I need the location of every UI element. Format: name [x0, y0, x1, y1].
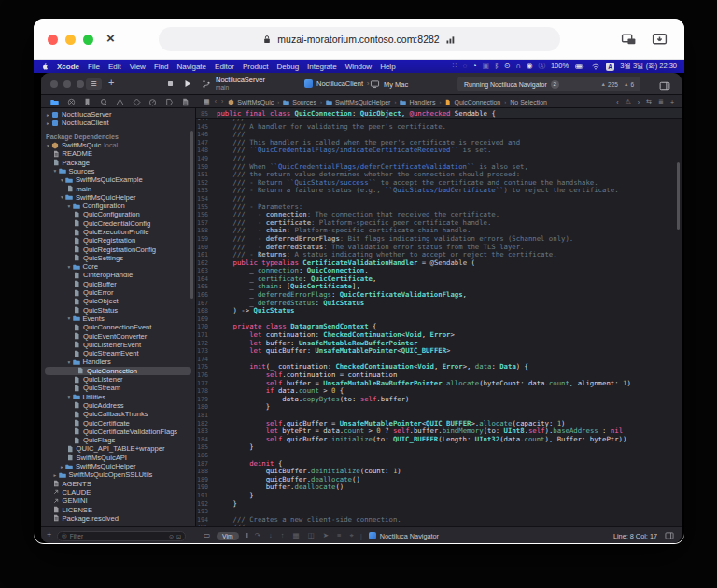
file-tree-item-quicaddress[interactable]: QuicAddress [41, 401, 195, 410]
disclosure-open-icon[interactable]: ▾ [66, 264, 73, 270]
disclosure-closed-icon[interactable]: ▸ [45, 120, 51, 126]
menu-bar-clock[interactable]: 3월 3일 (화) 22:30 [620, 62, 677, 71]
project-navigator-icon[interactable] [50, 98, 59, 106]
breadcrumb-item[interactable]: QuicConnection [444, 99, 500, 105]
add-tab-button[interactable]: + [108, 77, 114, 88]
target-selector[interactable]: NoctilucaClient › [304, 79, 369, 88]
mirroring-icon[interactable]: ▣ [483, 63, 489, 70]
file-tree-item-quicstreamevent[interactable]: QuicStreamEvent [41, 349, 195, 357]
input-source-icon[interactable]: A [606, 63, 614, 71]
sidebar-scrollbar[interactable] [190, 131, 193, 299]
wifi-icon[interactable] [591, 63, 600, 71]
simulate-location-icon[interactable]: ➤ [323, 531, 329, 540]
prev-issue-icon[interactable]: ‹ [616, 99, 618, 105]
minimap-icon[interactable]: ≣ [658, 98, 664, 105]
headphones-icon[interactable]: ∩ [516, 63, 521, 70]
filter-option-icon[interactable]: ⊡ [176, 533, 181, 539]
downloads-icon[interactable] [652, 31, 668, 47]
file-tree-item-quicstream[interactable]: QuicStream [41, 384, 195, 392]
code-review-icon[interactable]: ⇆ [646, 98, 652, 105]
menu-item-find[interactable]: Find [154, 63, 169, 71]
file-tree-item-agents[interactable]: AGENTS [41, 479, 195, 487]
clock-icon[interactable]: ◔ [472, 63, 477, 70]
file-tree-item-quiclistener[interactable]: QuicListener [41, 375, 195, 384]
file-tree-item-quiccallbackthunks[interactable]: QuicCallbackThunks [41, 410, 195, 418]
destination-selector[interactable]: My Mac [370, 79, 408, 89]
bookmarks-icon[interactable] [83, 98, 91, 106]
apple-menu-icon[interactable] [41, 63, 49, 70]
file-tree-item-quiccertificatevalidationflags[interactable]: QuicCertificateValidationFlags [41, 427, 195, 436]
step-into-icon[interactable]: ↓ [269, 531, 273, 540]
file-tree-item-cinterophandle[interactable]: CInteropHandle [41, 271, 195, 279]
menu-item-edit[interactable]: Edit [108, 63, 121, 71]
disclosure-open-icon[interactable]: ▾ [59, 177, 65, 183]
editor-scrollbar[interactable] [677, 162, 680, 230]
file-tree-item-claude[interactable]: CLAUDE [41, 488, 195, 497]
running-process[interactable]: Noctiluca Navigator [369, 532, 439, 540]
file-tree-item-quicerror[interactable]: QuicError [41, 288, 195, 297]
file-tree-item-swiftmsquicapi[interactable]: SwiftMsQuicAPI [41, 454, 195, 462]
debug-icon[interactable] [148, 98, 157, 106]
console-icon[interactable]: ▭ [204, 531, 210, 540]
file-tree-item-quic_api_table+wrapper[interactable]: QUIC_API_TABLE+wrapper [41, 444, 195, 453]
file-tree-item-swiftmsquichelper[interactable]: ▸SwiftMsQuicHelper [41, 462, 195, 470]
file-tree-item-quicregistration[interactable]: QuicRegistration [41, 236, 195, 245]
file-tree-item-events[interactable]: ▾Events [41, 315, 195, 323]
file-tree-item-package[interactable]: Package [41, 158, 195, 166]
file-tree-item-readme[interactable]: README [41, 149, 195, 158]
pause-icon[interactable]: ‖ [246, 531, 248, 540]
menu-item-product[interactable]: Product [243, 63, 269, 71]
file-tree-item-quicregistrationconfig[interactable]: QuicRegistrationConfig [41, 245, 195, 253]
disclosure-closed-icon[interactable]: ▸ [52, 472, 59, 478]
step-over-icon[interactable]: ↷ [255, 531, 260, 540]
cursor-icon[interactable]: ⌖ [349, 531, 353, 540]
menu-item-window[interactable]: Window [345, 63, 372, 71]
address-bar[interactable]: muzai-moratorium.contoso.com:8282 [159, 27, 560, 51]
file-tree-item-package.resolved[interactable]: Package.resolved [41, 514, 195, 523]
breadcrumb-item[interactable]: No Selection [510, 99, 547, 105]
file-tree-item-sources[interactable]: ▾Sources [41, 167, 195, 175]
disclosure-open-icon[interactable]: ▾ [45, 143, 51, 148]
file-tree-item-utilities[interactable]: ▾Utilities [41, 393, 195, 401]
tests-icon[interactable] [133, 98, 141, 106]
file-tree-item-quicexecutionprofile[interactable]: QuicExecutionProfile [41, 228, 195, 236]
xcode-window-controls[interactable] [50, 80, 84, 88]
close-tab-icon[interactable]: × [106, 30, 115, 46]
related-items-icon[interactable]: ▦ [204, 98, 210, 105]
menu-item-navigate[interactable]: Navigate [176, 63, 206, 71]
activity-view[interactable]: Running Noctiluca Navigator 2 ▲225▲6 [457, 77, 640, 91]
step-out-icon[interactable]: ↑ [281, 531, 285, 540]
record-icon[interactable]: ⊙ [504, 63, 510, 70]
file-tree-item-swiftmsquicexample[interactable]: ▾SwiftMsQuicExample [41, 175, 195, 184]
file-tree-item-quiccertificate[interactable]: QuicCertificate [41, 418, 195, 427]
debug-area-toggle-icon[interactable] [665, 531, 674, 540]
file-tree-item-swiftmsquic[interactable]: ▾SwiftMsQuiclocal [41, 141, 195, 149]
file-tree-item-quiceventconverter[interactable]: QuicEventConverter [41, 331, 195, 340]
file-tree-item-swiftmsquichelper[interactable]: ▾SwiftMsQuicHelper [41, 193, 195, 202]
scheme-selector[interactable]: NoctilucaServer main [202, 76, 265, 91]
disclosure-open-icon[interactable]: ▾ [66, 203, 73, 209]
file-tree-item-main[interactable]: main [41, 184, 195, 192]
file-tree-item-quicsettings[interactable]: QuicSettings [41, 254, 195, 262]
reports-icon[interactable] [181, 98, 190, 106]
menu-item-debug[interactable]: Debug [277, 63, 300, 71]
breadcrumb-item[interactable]: SwiftMsQuicHelper [326, 99, 391, 105]
file-tree-item-noctilucaserver[interactable]: ▸NoctilucaServer [41, 110, 195, 119]
file-tree-item-quicflags[interactable]: QuicFlags [41, 436, 195, 444]
minimize-window-button[interactable] [65, 35, 76, 45]
next-issue-icon[interactable]: › [638, 99, 640, 105]
disclosure-open-icon[interactable]: ▾ [66, 394, 73, 399]
filter-field[interactable]: ◎ Filter ⊙⊡ [57, 531, 186, 541]
screen-mirroring-icon[interactable] [621, 31, 637, 47]
disclosure-closed-icon[interactable]: ▸ [45, 112, 51, 118]
menu-item-help[interactable]: Help [380, 63, 395, 71]
memory-icon[interactable]: ◫ [308, 531, 315, 540]
focus-icon[interactable]: ◉ [527, 63, 533, 70]
run-button[interactable] [183, 78, 192, 89]
find-icon[interactable] [100, 98, 108, 106]
back-icon[interactable]: ‹ [215, 98, 217, 105]
add-editor-icon[interactable]: + [670, 99, 674, 105]
file-tree-item-quicbuffer[interactable]: QuicBuffer [41, 280, 195, 288]
accessibility-icon[interactable]: Ⓐ [538, 63, 545, 70]
menu-item-view[interactable]: View [130, 63, 146, 71]
